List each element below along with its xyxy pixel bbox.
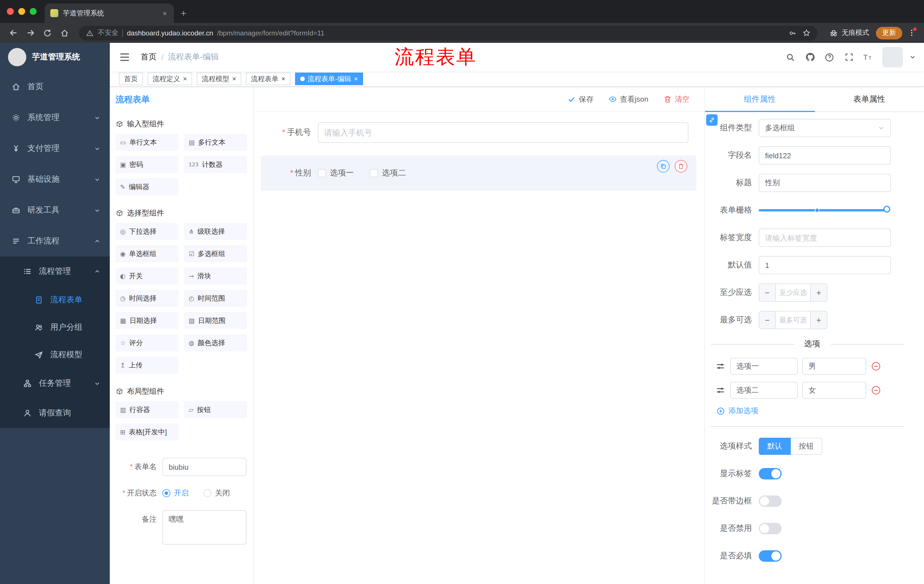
- tag-process-form-edit[interactable]: 流程表单-编辑×: [295, 72, 363, 85]
- key-icon[interactable]: [789, 29, 797, 37]
- palette-item-color-picker[interactable]: ◍颜色选择: [184, 334, 247, 351]
- sidebar-item-user-group[interactable]: 用户分组: [0, 314, 110, 341]
- remark-textarea[interactable]: 嘿嘿: [162, 510, 246, 545]
- stepper-value[interactable]: 至少应选: [776, 284, 810, 301]
- browser-menu-button[interactable]: [904, 25, 918, 40]
- palette-item-date-range[interactable]: ▧日期范围: [184, 312, 247, 329]
- remove-option-button[interactable]: [871, 385, 881, 395]
- palette-item-slider[interactable]: ⊸滑块: [184, 267, 247, 285]
- update-button[interactable]: 更新: [876, 26, 902, 39]
- bookmark-star-icon[interactable]: [802, 29, 811, 37]
- sidebar-item-process-model[interactable]: 流程模型: [0, 341, 110, 368]
- palette-item-rate[interactable]: ☆评分: [116, 334, 178, 351]
- clear-button[interactable]: 清空: [663, 94, 690, 104]
- checkbox-option-2[interactable]: 选项二: [370, 168, 406, 178]
- stepper-value[interactable]: 最多可选: [776, 311, 810, 329]
- gender-field-row[interactable]: *性别 选项一 选项二: [261, 155, 696, 191]
- tag-close-icon[interactable]: ×: [232, 76, 236, 82]
- add-option-button[interactable]: 添加选项: [716, 406, 914, 416]
- reload-button[interactable]: [40, 25, 55, 40]
- browser-home-button[interactable]: [57, 25, 72, 40]
- style-segment-default[interactable]: 默认: [759, 438, 791, 455]
- palette-item-single-line-text[interactable]: ▭单行文本: [116, 134, 178, 151]
- palette-item-counter[interactable]: 123计数器: [184, 156, 247, 173]
- breadcrumb-item-home[interactable]: 首页: [141, 52, 157, 62]
- sidebar-item-workflow[interactable]: 工作流程: [0, 226, 110, 257]
- font-size-button[interactable]: TT: [863, 52, 874, 63]
- stepper-increase-button[interactable]: +: [810, 311, 827, 329]
- palette-item-switch[interactable]: ◐开关: [116, 267, 178, 285]
- avatar-caret-icon[interactable]: [909, 54, 916, 61]
- drawing-board[interactable]: *手机号 *性别 选项一: [254, 112, 705, 584]
- field-name-input[interactable]: [759, 146, 891, 165]
- forward-button[interactable]: [23, 25, 38, 40]
- copy-component-button[interactable]: [657, 160, 670, 173]
- component-type-select[interactable]: 多选框组: [759, 119, 891, 137]
- tag-close-icon[interactable]: ×: [183, 76, 187, 82]
- palette-item-radio-group[interactable]: ◉单选框组: [116, 245, 178, 262]
- save-button[interactable]: 保存: [567, 94, 594, 104]
- option-value-input[interactable]: [802, 358, 866, 375]
- checkbox-icon[interactable]: [318, 169, 326, 177]
- window-minimize-button[interactable]: [18, 8, 25, 15]
- label-width-input[interactable]: [759, 229, 891, 247]
- github-button[interactable]: [805, 52, 815, 63]
- style-segment-button[interactable]: 按钮: [791, 438, 822, 455]
- tag-home[interactable]: 首页: [119, 72, 143, 85]
- help-button[interactable]: [824, 52, 835, 63]
- palette-item-table[interactable]: ⊞表格[开发中]: [116, 423, 178, 441]
- switch-border[interactable]: [759, 495, 782, 507]
- form-name-field[interactable]: [162, 458, 246, 476]
- palette-item-password[interactable]: ▣密码: [116, 156, 178, 173]
- option-label-input[interactable]: [730, 382, 798, 399]
- security-label[interactable]: 不安全: [98, 28, 118, 38]
- status-radio-on[interactable]: 开启: [162, 488, 189, 498]
- view-json-button[interactable]: 查看json: [608, 94, 648, 104]
- tag-process-model[interactable]: 流程模型×: [197, 72, 241, 85]
- sidebar-item-home[interactable]: 首页: [0, 71, 110, 102]
- delete-component-button[interactable]: [675, 160, 687, 173]
- default-value-input[interactable]: [759, 256, 891, 274]
- slider-handle[interactable]: [883, 206, 890, 212]
- link-badge[interactable]: [706, 114, 718, 126]
- tag-process-definition[interactable]: 流程定义×: [147, 72, 192, 85]
- browser-tab[interactable]: 芋道管理系统 ×: [45, 3, 174, 23]
- back-button[interactable]: [6, 25, 21, 40]
- status-radio-off[interactable]: 关闭: [203, 488, 230, 498]
- switch-required[interactable]: [759, 550, 782, 562]
- palette-item-editor[interactable]: ✎编辑器: [116, 178, 178, 196]
- palette-item-button[interactable]: ▱按钮: [184, 401, 247, 418]
- sidebar-item-payment[interactable]: 支付管理: [0, 133, 110, 164]
- stepper-decrease-button[interactable]: −: [759, 311, 776, 329]
- sidebar-item-task-management[interactable]: 任务管理: [0, 368, 110, 398]
- stepper-increase-button[interactable]: +: [810, 284, 827, 301]
- window-zoom-button[interactable]: [30, 8, 36, 15]
- palette-item-time-picker[interactable]: ◷时间选择: [116, 290, 178, 307]
- palette-item-select[interactable]: ◎下拉选择: [116, 223, 178, 240]
- form-grid-slider[interactable]: [759, 209, 886, 211]
- sidebar-item-process-management[interactable]: 流程管理: [0, 257, 110, 286]
- stepper-decrease-button[interactable]: −: [759, 284, 776, 301]
- palette-item-cascader[interactable]: ⋔级联选择: [184, 223, 247, 240]
- tag-close-icon[interactable]: ×: [281, 76, 285, 82]
- sidebar-item-infrastructure[interactable]: 基础设施: [0, 164, 110, 195]
- remove-option-button[interactable]: [871, 361, 881, 372]
- sidebar-item-leave-query[interactable]: 请假查询: [0, 398, 110, 428]
- tab-form-props[interactable]: 表单属性: [815, 87, 924, 112]
- palette-item-checkbox-group[interactable]: ☑多选框组: [184, 245, 247, 262]
- tab-component-props[interactable]: 组件属性: [705, 87, 815, 112]
- phone-field-row[interactable]: *手机号: [261, 122, 696, 143]
- title-input[interactable]: [759, 174, 891, 192]
- avatar[interactable]: [882, 47, 903, 67]
- search-button[interactable]: [785, 52, 796, 63]
- palette-item-textarea[interactable]: ▤多行文本: [184, 134, 247, 151]
- option-label-input[interactable]: [730, 358, 798, 375]
- checkbox-option-1[interactable]: 选项一: [318, 168, 354, 178]
- sidebar-item-process-form[interactable]: 流程表单: [0, 286, 110, 314]
- fullscreen-button[interactable]: [843, 52, 854, 63]
- sidebar-item-dev-tools[interactable]: 研发工具: [0, 195, 110, 226]
- phone-input[interactable]: [318, 122, 688, 143]
- window-close-button[interactable]: [7, 8, 14, 15]
- drag-handle-icon[interactable]: [715, 385, 726, 395]
- palette-item-date-picker[interactable]: ▦日期选择: [116, 312, 178, 329]
